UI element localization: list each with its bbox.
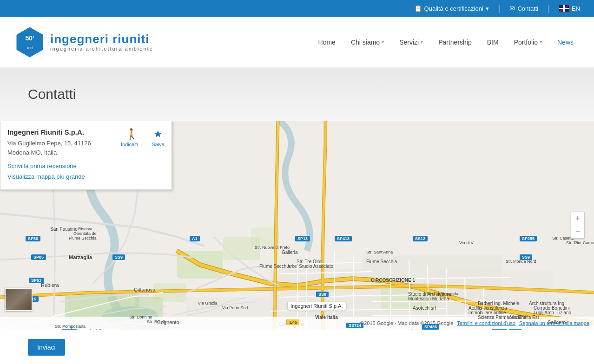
nav-chi-siamo[interactable]: Chi siamo ▾ — [344, 35, 390, 50]
flag-icon — [559, 5, 569, 12]
directions-button[interactable]: 🚶 Indicazi... — [121, 128, 142, 147]
map-terms-link[interactable]: Termini e condizioni d'uso — [457, 320, 515, 326]
page-title: Contatti — [28, 86, 76, 102]
nav-news[interactable]: News — [551, 35, 580, 50]
quality-icon: 📋 — [414, 5, 422, 12]
contact-menu[interactable]: ✉ Contatti — [505, 5, 543, 12]
map-popup: 🚶 Indicazi... ★ Salva Ingegneri Riuniti … — [0, 121, 172, 190]
map-zoom-controls: + − — [571, 212, 585, 239]
nav-portfolio[interactable]: Portfolio ▾ — [508, 35, 548, 50]
nav-partnership[interactable]: Partnership — [432, 35, 478, 50]
logo-sub: ingegneria architettura ambiente — [50, 46, 153, 52]
popup-links: Scrivi la prima recensione Visualizza ma… — [7, 161, 165, 182]
save-button[interactable]: ★ Salva — [152, 128, 165, 147]
map-section[interactable]: G o o g l e A1 SP50 SP85 SS9 SS9 SS9 SP1… — [0, 121, 594, 330]
lang-label: EN — [572, 5, 580, 12]
zoom-in-button[interactable]: + — [571, 212, 584, 225]
streetview-thumbnail[interactable] — [5, 288, 33, 311]
svg-text:anni: anni — [26, 46, 33, 49]
map-report-link[interactable]: Segnala un errore nella mappa — [519, 320, 589, 326]
language-selector[interactable]: EN — [554, 5, 585, 12]
page-header: Contatti — [0, 68, 594, 121]
quality-dropdown-arrow: ▾ — [486, 5, 489, 12]
contact-label: Contatti — [517, 5, 538, 12]
chevron-down-icon: ▾ — [540, 39, 542, 45]
contact-icon: ✉ — [509, 5, 515, 12]
map-attribution-text: ©2015 Google · Map data ©2015 Google — [360, 320, 453, 326]
inviaci-button[interactable]: Inviaci — [28, 339, 65, 356]
zoom-out-button[interactable]: − — [571, 225, 584, 238]
svg-text:50': 50' — [26, 34, 34, 42]
view-larger-map-link[interactable]: Visualizza mappa più grande — [7, 171, 165, 182]
quality-menu[interactable]: 📋 Qualità e certificazioni ▾ — [409, 5, 494, 12]
content-section: Inviaci Moduludi — [0, 330, 594, 364]
chevron-down-icon: ▾ — [421, 39, 423, 45]
nav-bim[interactable]: BIM — [481, 35, 505, 50]
logo-hex: 50' anni — [14, 26, 46, 58]
logo[interactable]: 50' anni ingegneri riuniti ingegneria ar… — [14, 26, 153, 58]
chevron-down-icon: ▾ — [382, 39, 384, 45]
top-bar: 📋 Qualità e certificazioni ▾ | ✉ Contatt… — [0, 0, 594, 17]
header: 50' anni ingegneri riuniti ingegneria ar… — [0, 17, 594, 68]
streetview-image — [6, 289, 32, 310]
map-popup-actions: 🚶 Indicazi... ★ Salva — [121, 128, 165, 147]
quality-label: Qualità e certificazioni — [424, 5, 483, 12]
logo-brand: ingegneri riuniti — [50, 32, 153, 46]
map-attribution-bar: ©2015 Google · Map data ©2015 Google Ter… — [0, 317, 594, 330]
svg-marker-0 — [17, 27, 43, 57]
main-nav: Home Chi siamo ▾ Servizi ▾ Partnership B… — [312, 35, 580, 50]
top-divider2: | — [548, 4, 550, 13]
logo-text: ingegneri riuniti ingegneria architettur… — [50, 32, 153, 52]
write-review-link[interactable]: Scrivi la prima recensione — [7, 161, 165, 171]
directions-icon: 🚶 — [125, 128, 138, 140]
nav-servizi[interactable]: Servizi ▾ — [393, 35, 429, 50]
top-divider1: | — [498, 4, 501, 13]
save-icon: ★ — [153, 128, 163, 140]
nav-home[interactable]: Home — [312, 35, 342, 50]
